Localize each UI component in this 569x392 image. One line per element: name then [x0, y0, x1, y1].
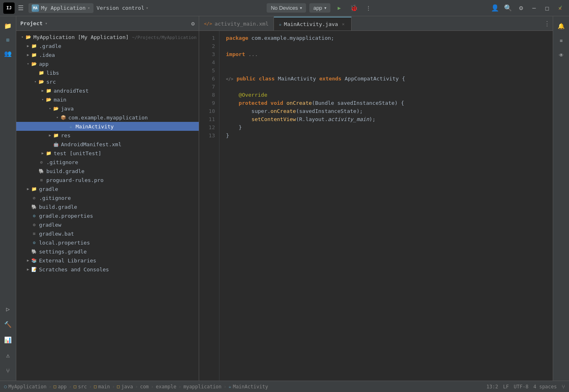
tree-item-java[interactable]: ▾ 📂 java	[16, 104, 199, 113]
tree-item-gitignore-root[interactable]: ⊘ .gitignore	[16, 193, 199, 202]
tree-icon-test: 📁	[46, 150, 52, 156]
tree-item-androidtest[interactable]: ▶ 📁 androidTest	[16, 86, 199, 95]
tree-item-local-properties[interactable]: ⚙ local.properties	[16, 238, 199, 247]
tab-activity-main[interactable]: </> activity_main.xml	[199, 17, 274, 30]
app-selector-chevron-icon: ▾	[88, 6, 90, 10]
code-content[interactable]: package com.example.myapplication; impor…	[219, 31, 553, 381]
tree-icon-proguard: ≡	[38, 177, 45, 183]
right-sidebar-icon3[interactable]: 👁	[555, 49, 568, 62]
tree-item-proguard[interactable]: ≡ proguard-rules.pro	[16, 175, 199, 184]
tree-icon-build-gradle-root: 🐘	[31, 204, 37, 210]
tree-item-src[interactable]: ▾ 📂 src	[16, 77, 199, 86]
tree-item-gradle-hidden[interactable]: ▶ 📁 .gradle	[16, 41, 199, 50]
app-selector[interactable]: MA My Application ▾	[28, 3, 93, 13]
code-line-3: import ...	[226, 50, 546, 58]
maximize-button[interactable]: □	[541, 2, 553, 14]
tree-item-settings-gradle[interactable]: 🐘 settings.gradle	[16, 247, 199, 256]
tree-label-gradlew-bat: gradlew.bat	[39, 231, 74, 237]
line-num-1: 1	[199, 34, 215, 42]
tree-item-main[interactable]: ▾ 📂 main	[16, 95, 199, 104]
tree-item-root[interactable]: ▾ 📂 MyApplication [My Application] ~/Pro…	[16, 32, 199, 41]
breadcrumb-src[interactable]: □ src	[74, 384, 87, 390]
breadcrumb-com[interactable]: com	[140, 384, 149, 390]
tree-label-manifest: AndroidManifest.xml	[61, 141, 122, 147]
tree-item-build-gradle-app[interactable]: 🐘 build.gradle	[16, 167, 199, 175]
tree-item-package[interactable]: ▾ 📦 com.example.myapplication	[16, 113, 199, 122]
hamburger-menu-icon[interactable]: ☰	[18, 4, 24, 12]
no-devices-button[interactable]: No Devices ▾	[267, 3, 306, 13]
breadcrumb-app[interactable]: □ app	[54, 384, 67, 390]
breadcrumb-myapplication[interactable]: myapplication	[183, 384, 222, 390]
indent-info[interactable]: 4 spaces	[533, 384, 557, 390]
tree-item-res[interactable]: ▶ 📁 res	[16, 131, 199, 140]
run-more-button[interactable]: ⋮	[363, 2, 374, 14]
sidebar-item-people[interactable]: 👥	[2, 47, 15, 60]
code-line-5	[226, 67, 546, 75]
tree-item-mainactivity[interactable]: ☕ MainActivity	[16, 122, 199, 131]
breadcrumb-example[interactable]: example	[156, 384, 176, 390]
tree-label-gradle-hidden: .gradle	[39, 43, 61, 49]
sidebar-item-folder[interactable]: 📁	[2, 19, 15, 32]
tree-item-external-libs[interactable]: ▶ 📚 External Libraries	[16, 256, 199, 265]
sidebar-item-problems[interactable]: ⚠	[2, 349, 15, 362]
line-num-13: 13	[199, 132, 215, 140]
breadcrumb-myapp[interactable]: ○ MyApplication	[4, 384, 47, 390]
tree-arrow-androidtest: ▶	[40, 88, 46, 93]
tree-item-gradlew-bat[interactable]: ≡ gradlew.bat	[16, 229, 199, 238]
project-panel-gear-icon[interactable]: ⚙	[191, 20, 195, 27]
project-panel: Project ▾ ⚙ ▾ 📂 MyApplication [My Applic…	[16, 16, 199, 381]
tab-mainactivity[interactable]: ☕ MainActivity.java ✕	[274, 17, 352, 30]
tree-icon-java: 📂	[53, 105, 59, 112]
run-button[interactable]: ▶	[334, 2, 345, 14]
tree-icon-external-libs: 📚	[31, 257, 37, 264]
tree-label-app: app	[39, 61, 48, 67]
line-ending[interactable]: LF	[503, 384, 509, 390]
tree-arrow-app: ▾	[25, 61, 31, 67]
search-icon[interactable]: 🔍	[502, 2, 514, 14]
settings-icon[interactable]: ⚙	[515, 2, 527, 14]
code-line-4	[226, 58, 546, 67]
left-sidebar-icons: 📁 ⊞ 👥 ▷ 🔨 📊 ⚠ ⑂	[0, 16, 16, 381]
account-icon[interactable]: 👤	[489, 2, 501, 14]
breadcrumb-main[interactable]: □ main	[94, 384, 110, 390]
tree-item-gradle-folder[interactable]: ▶ 📁 gradle	[16, 184, 199, 193]
sidebar-item-run[interactable]: ▷	[2, 303, 15, 316]
debug-button[interactable]: 🐞	[348, 2, 360, 14]
encoding[interactable]: UTF-8	[514, 384, 528, 390]
tree-item-build-gradle-root[interactable]: 🐘 build.gradle	[16, 202, 199, 211]
line-num-4: 4	[199, 58, 215, 67]
editor-area: </> activity_main.xml ☕ MainActivity.jav…	[199, 16, 553, 381]
sidebar-item-project[interactable]: ⊞	[2, 33, 15, 46]
tree-label-androidtest: androidTest	[54, 88, 89, 94]
minimize-button[interactable]: ─	[528, 2, 540, 14]
sidebar-item-logcat[interactable]: 📊	[2, 334, 15, 347]
sidebar-item-git[interactable]: ⑂	[2, 364, 15, 377]
version-control-selector[interactable]: Version control ▾	[93, 4, 152, 12]
tree-label-local-properties: local.properties	[39, 240, 90, 246]
tree-icon-res: 📁	[53, 132, 59, 139]
tree-item-gradle-properties[interactable]: ⚙ gradle.properties	[16, 211, 199, 220]
tree-item-androidmanifest[interactable]: 🤖 AndroidManifest.xml	[16, 140, 199, 149]
breadcrumb-mainactivity[interactable]: ☕ MainActivity	[228, 384, 268, 390]
sidebar-item-build[interactable]: 🔨	[2, 318, 15, 331]
tree-item-scratches[interactable]: ▶ 📝 Scratches and Consoles	[16, 265, 199, 274]
tree-item-test[interactable]: ▶ 📁 test [unitTest]	[16, 149, 199, 158]
tab-mainactivity-close[interactable]: ✕	[341, 21, 346, 27]
code-line-8: @Override	[226, 91, 546, 99]
tree-item-libs[interactable]: 📁 libs	[16, 68, 199, 77]
tree-item-idea[interactable]: ▶ 📁 .idea	[16, 50, 199, 59]
line-num-3: ▶ 3	[199, 50, 215, 58]
tab-java-icon: ☕	[279, 22, 282, 27]
tree-icon-androidtest: 📁	[46, 87, 52, 94]
tree-item-app[interactable]: ▾ 📂 app	[16, 59, 199, 68]
app-run-button[interactable]: app ▾	[309, 3, 330, 13]
notifications-icon[interactable]: 🔔	[555, 19, 568, 32]
editor-tabs-more[interactable]: ⋮	[541, 17, 553, 30]
cursor-position[interactable]: 13:2	[486, 384, 498, 390]
tree-arrow-main: ▾	[40, 97, 46, 102]
tree-item-gradlew[interactable]: ⚙ gradlew	[16, 220, 199, 229]
tree-item-gitignore-app[interactable]: ⊘ .gitignore	[16, 158, 199, 167]
right-sidebar-icon2[interactable]: ≡	[555, 34, 568, 47]
statusbar-info: 13:2 LF UTF-8 4 spaces ⑂	[486, 383, 565, 390]
breadcrumb-java[interactable]: □ java	[117, 384, 133, 390]
